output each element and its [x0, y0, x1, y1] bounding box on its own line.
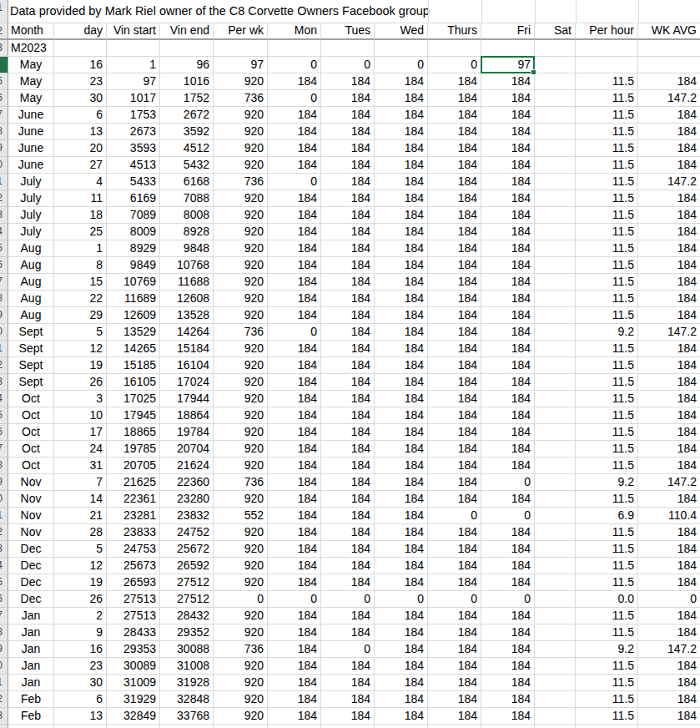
- cell-month[interactable]: [8, 725, 54, 728]
- cell-fri[interactable]: 0: [481, 591, 535, 608]
- cell-wed[interactable]: 184: [375, 658, 428, 675]
- cell-sat[interactable]: [535, 73, 576, 90]
- cell-per_wk[interactable]: 920: [214, 441, 268, 458]
- cell-vin_end[interactable]: 20704: [160, 441, 214, 458]
- cell-mon[interactable]: 184: [268, 190, 321, 207]
- cell-per_hour[interactable]: 11.5: [576, 107, 638, 124]
- cell-sat[interactable]: [535, 658, 576, 675]
- cell-mon[interactable]: 184: [268, 357, 321, 374]
- cell-tues[interactable]: 184: [321, 407, 375, 424]
- cell-mon[interactable]: 184: [268, 641, 321, 658]
- cell-per_wk[interactable]: [214, 725, 268, 728]
- cell-month[interactable]: Aug: [8, 291, 54, 307]
- cell-tues[interactable]: 184: [321, 324, 375, 341]
- cell-tues[interactable]: 0: [321, 591, 375, 608]
- cell-day[interactable]: 30: [54, 675, 107, 691]
- cell-tues[interactable]: 184: [321, 524, 375, 541]
- cell-thurs[interactable]: 184: [428, 274, 481, 291]
- cell-mon[interactable]: 0: [268, 57, 321, 73]
- cell-per_wk[interactable]: 920: [214, 391, 268, 407]
- cell-vin_start[interactable]: 31009: [107, 675, 160, 691]
- cell-fri[interactable]: 184: [481, 224, 535, 240]
- cell-wk_avg[interactable]: 184: [638, 257, 700, 274]
- cell-wed[interactable]: 184: [375, 407, 428, 424]
- cell-per_hour[interactable]: 9.2: [576, 641, 638, 658]
- cell-day[interactable]: 1: [54, 240, 107, 257]
- column-header-fri[interactable]: Fri: [481, 23, 535, 40]
- cell-per_wk[interactable]: 920: [214, 491, 268, 508]
- cell-thurs[interactable]: 0: [428, 57, 481, 73]
- cell-tues[interactable]: 184: [321, 541, 375, 558]
- column-header-per-hour[interactable]: Per hour: [576, 23, 638, 40]
- cell-wk_avg[interactable]: 184: [638, 608, 700, 624]
- cell-day[interactable]: 26: [54, 591, 107, 608]
- cell-per_wk[interactable]: 920: [214, 224, 268, 240]
- cell-wk_avg[interactable]: 184: [638, 341, 700, 357]
- cell-mon[interactable]: 184: [268, 675, 321, 691]
- cell-wk_avg[interactable]: [638, 40, 700, 57]
- cell-tues[interactable]: 184: [321, 708, 375, 725]
- cell-vin_start[interactable]: 12609: [107, 307, 160, 324]
- cell-wk_avg[interactable]: 184: [638, 291, 700, 307]
- cell-per_hour[interactable]: 11.5: [576, 391, 638, 407]
- cell-sat[interactable]: [535, 140, 576, 157]
- cell-fri[interactable]: 184: [481, 658, 535, 675]
- cell-wk_avg[interactable]: 184: [638, 441, 700, 458]
- cell-vin_start[interactable]: 17025: [107, 391, 160, 407]
- cell-sat[interactable]: [535, 558, 576, 574]
- cell-day[interactable]: [54, 725, 107, 728]
- cell-mon[interactable]: 184: [268, 157, 321, 174]
- cell-wk_avg[interactable]: 147.2: [638, 641, 700, 658]
- row-header[interactable]: 34: [0, 558, 8, 574]
- cell-day[interactable]: 22: [54, 291, 107, 307]
- cell-per_hour[interactable]: 9.2: [576, 324, 638, 341]
- cell-tues[interactable]: 184: [321, 558, 375, 574]
- cell-per_hour[interactable]: 11.5: [576, 458, 638, 474]
- cell-per_hour[interactable]: 11.5: [576, 157, 638, 174]
- cell-per_hour[interactable]: 0.0: [576, 591, 638, 608]
- cell-wed[interactable]: 184: [375, 491, 428, 508]
- cell-day[interactable]: 30: [54, 90, 107, 107]
- cell-wk_avg[interactable]: 184: [638, 458, 700, 474]
- cell-mon[interactable]: 0: [268, 591, 321, 608]
- cell-sat[interactable]: [535, 608, 576, 624]
- cell-vin_end[interactable]: 1752: [160, 90, 214, 107]
- cell-thurs[interactable]: 184: [428, 90, 481, 107]
- cell-per_wk[interactable]: 920: [214, 574, 268, 591]
- cell-wk_avg[interactable]: 184: [638, 207, 700, 224]
- cell-month[interactable]: Aug: [8, 257, 54, 274]
- cell-month[interactable]: Oct: [8, 441, 54, 458]
- cell-tues[interactable]: 184: [321, 207, 375, 224]
- cell-tues[interactable]: 184: [321, 174, 375, 190]
- cell-thurs[interactable]: 184: [428, 491, 481, 508]
- column-header-vin-start[interactable]: Vin start: [107, 23, 160, 40]
- row-header[interactable]: 25: [0, 407, 8, 424]
- cell-per_hour[interactable]: [576, 40, 638, 57]
- cell-fri[interactable]: 184: [481, 458, 535, 474]
- cell-sat[interactable]: [535, 224, 576, 240]
- cell-mon[interactable]: 184: [268, 224, 321, 240]
- row-header[interactable]: 15: [0, 240, 8, 257]
- cell-wed[interactable]: 184: [375, 307, 428, 324]
- cell-day[interactable]: 16: [54, 641, 107, 658]
- cell-month[interactable]: Oct: [8, 391, 54, 407]
- cell-vin_end[interactable]: 18864: [160, 407, 214, 424]
- row-header[interactable]: 3: [0, 40, 8, 57]
- cell-wed[interactable]: 184: [375, 341, 428, 357]
- cell-tues[interactable]: 184: [321, 675, 375, 691]
- cell-wed[interactable]: 184: [375, 691, 428, 708]
- cell-fri[interactable]: 184: [481, 341, 535, 357]
- cell-wk_avg[interactable]: 184: [638, 424, 700, 441]
- cell-fri[interactable]: 184: [481, 207, 535, 224]
- cell-fri[interactable]: 184: [481, 307, 535, 324]
- cell-vin_start[interactable]: 31929: [107, 691, 160, 708]
- cell-day[interactable]: 5: [54, 324, 107, 341]
- row-header[interactable]: 27: [0, 441, 8, 458]
- cell-day[interactable]: 15: [54, 274, 107, 291]
- cell-tues[interactable]: 184: [321, 424, 375, 441]
- row-header[interactable]: 31: [0, 508, 8, 524]
- row-header[interactable]: 1: [0, 0, 8, 23]
- cell-thurs[interactable]: 184: [428, 524, 481, 541]
- cell-mon[interactable]: 184: [268, 124, 321, 140]
- cell-month[interactable]: Sept: [8, 374, 54, 391]
